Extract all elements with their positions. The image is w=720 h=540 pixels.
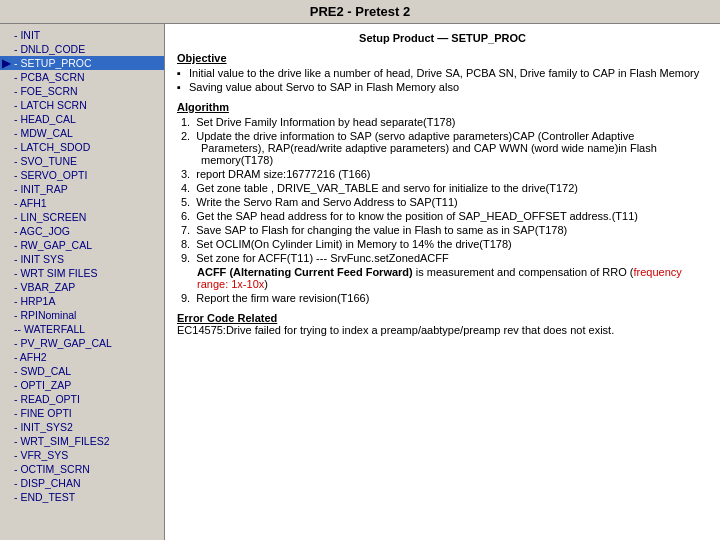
algorithm-heading: Algorithm (177, 101, 708, 113)
section-title: Setup Product — SETUP_PROC (177, 32, 708, 44)
close-paren: ) (264, 278, 268, 290)
content-area: - INIT- DNLD_CODE▶- SETUP_PROC- PCBA_SCR… (0, 24, 720, 540)
error-text: EC14575:Drive failed for trying to index… (177, 324, 708, 336)
sidebar-item-pv-rw-gap-cal[interactable]: - PV_RW_GAP_CAL (0, 336, 164, 350)
sidebar-item-octim-scrn[interactable]: - OCTIM_SCRN (0, 462, 164, 476)
sidebar-item-afh1[interactable]: - AFH1 (0, 196, 164, 210)
sidebar-item-wrt-sim-files[interactable]: - WRT SIM FILES (0, 266, 164, 280)
bullet-item-2: Saving value about Servo to SAP in Flash… (177, 81, 708, 93)
sidebar-item-rpinominal[interactable]: - RPINominal (0, 308, 164, 322)
sidebar-item-disp-chan[interactable]: - DISP_CHAN (0, 476, 164, 490)
sidebar-item-end-test[interactable]: - END_TEST (0, 490, 164, 504)
algo-item-4: 4. Get zone table , DRIVE_VAR_TABLE and … (177, 182, 708, 194)
sidebar-item-read-opti[interactable]: - READ_OPTI (0, 392, 164, 406)
sidebar-item-head-cal[interactable]: - HEAD_CAL (0, 112, 164, 126)
sidebar-item-dnld-code[interactable]: - DNLD_CODE (0, 42, 164, 56)
sidebar-item-foe-scrn[interactable]: - FOE_SCRN (0, 84, 164, 98)
algo-item-5: 5. Write the Servo Ram and Servo Address… (177, 196, 708, 208)
sidebar-item-init-rap[interactable]: - INIT_RAP (0, 182, 164, 196)
sidebar-item-pcba-scrn[interactable]: - PCBA_SCRN (0, 70, 164, 84)
algo-item-6: 6. Get the SAP head address for to know … (177, 210, 708, 222)
acff-normal-text: is measurement and compensation of RRO ( (416, 266, 634, 278)
algo-item-7: 7. Save SAP to Flash for changing the va… (177, 224, 708, 236)
algo-item-1: 1. Set Drive Family Information by head … (177, 116, 708, 128)
algo-item-3: 3. report DRAM size:16777216 (T166) (177, 168, 708, 180)
acff-bold-text: ACFF (Alternating Current Feed Forward) (197, 266, 413, 278)
window: PRE2 - Pretest 2 - INIT- DNLD_CODE▶- SET… (0, 0, 720, 540)
sidebar-item-setup-proc[interactable]: ▶- SETUP_PROC (0, 56, 164, 70)
sidebar-item-init-sys[interactable]: - INIT SYS (0, 252, 164, 266)
algo-item-8: 8. Set OCLIM(On Cylinder Limit) in Memor… (177, 238, 708, 250)
sidebar-item-init[interactable]: - INIT (0, 28, 164, 42)
bullet-item-1: Initial value to the drive like a number… (177, 67, 708, 79)
sidebar-item-init-sys2[interactable]: - INIT_SYS2 (0, 420, 164, 434)
sidebar-item-hrp1a[interactable]: - HRP1A (0, 294, 164, 308)
algo-item-9a: 9. Set zone for ACFF(T11) --- SrvFunc.se… (177, 252, 708, 264)
algo-item-2-sub: Parameters), RAP(read/write adaptive par… (181, 142, 708, 166)
sidebar-item-waterfall[interactable]: -- WATERFALL (0, 322, 164, 336)
sidebar-item-latch-scrn[interactable]: - LATCH SCRN (0, 98, 164, 112)
window-title: PRE2 - Pretest 2 (310, 4, 410, 19)
title-bar: PRE2 - Pretest 2 (0, 0, 720, 24)
sidebar-item-rw-gap-cal[interactable]: - RW_GAP_CAL (0, 238, 164, 252)
sidebar[interactable]: - INIT- DNLD_CODE▶- SETUP_PROC- PCBA_SCR… (0, 24, 165, 540)
error-section: Error Code Related EC14575:Drive failed … (177, 312, 708, 336)
error-heading: Error Code Related (177, 312, 277, 324)
sidebar-item-svo-tune[interactable]: - SVO_TUNE (0, 154, 164, 168)
sidebar-item-lin-screen[interactable]: - LIN_SCREEN (0, 210, 164, 224)
sidebar-item-servo-opti[interactable]: - SERVO_OPTI (0, 168, 164, 182)
sidebar-item-swd-cal[interactable]: - SWD_CAL (0, 364, 164, 378)
algo-item-2: 2. Update the drive information to SAP (… (177, 130, 708, 166)
algo-item-acff: ACFF (Alternating Current Feed Forward) … (177, 266, 708, 290)
selected-arrow-icon: ▶ (2, 57, 10, 69)
main-panel: Setup Product — SETUP_PROC Objective Ini… (165, 24, 720, 540)
sidebar-item-latch-sdod[interactable]: - LATCH_SDOD (0, 140, 164, 154)
sidebar-item-vfr-sys[interactable]: - VFR_SYS (0, 448, 164, 462)
algo-item-9: 9. Report the firm ware revision(T166) (177, 292, 708, 304)
sidebar-item-opti-zap[interactable]: - OPTI_ZAP (0, 378, 164, 392)
sidebar-item-fine-opti[interactable]: - FINE OPTI (0, 406, 164, 420)
sidebar-item-agc-jog[interactable]: - AGC_JOG (0, 224, 164, 238)
sidebar-item-afh2[interactable]: - AFH2 (0, 350, 164, 364)
sidebar-item-vbar-zap[interactable]: - VBAR_ZAP (0, 280, 164, 294)
sidebar-item-wrt-sim-files2[interactable]: - WRT_SIM_FILES2 (0, 434, 164, 448)
objective-heading: Objective (177, 52, 708, 64)
sidebar-item-mdw-cal[interactable]: - MDW_CAL (0, 126, 164, 140)
